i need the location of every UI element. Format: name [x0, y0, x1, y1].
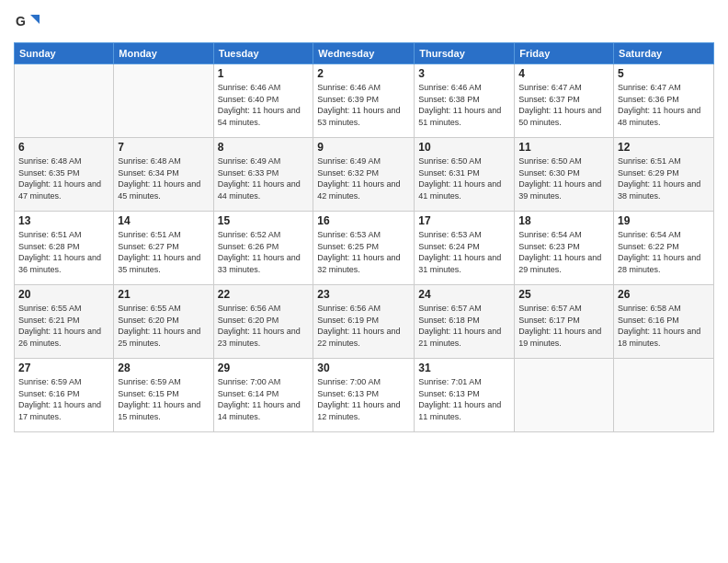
calendar: SundayMondayTuesdayWednesdayThursdayFrid… [14, 42, 714, 432]
calendar-cell [614, 359, 714, 432]
calendar-cell: 29Sunrise: 7:00 AM Sunset: 6:14 PM Dayli… [213, 359, 313, 432]
day-info: Sunrise: 6:50 AM Sunset: 6:31 PM Dayligh… [418, 155, 510, 201]
weekday-header-sunday: Sunday [15, 43, 114, 64]
calendar-cell: 20Sunrise: 6:55 AM Sunset: 6:21 PM Dayli… [15, 285, 114, 359]
day-info: Sunrise: 6:48 AM Sunset: 6:35 PM Dayligh… [18, 155, 109, 201]
calendar-cell: 11Sunrise: 6:50 AM Sunset: 6:30 PM Dayli… [515, 138, 614, 212]
day-number: 15 [218, 214, 310, 227]
svg-text:G: G [16, 14, 26, 29]
calendar-cell: 28Sunrise: 6:59 AM Sunset: 6:15 PM Dayli… [114, 359, 213, 432]
day-number: 17 [418, 214, 510, 227]
calendar-cell [114, 64, 213, 138]
day-info: Sunrise: 6:53 AM Sunset: 6:24 PM Dayligh… [418, 229, 510, 275]
calendar-cell: 26Sunrise: 6:58 AM Sunset: 6:16 PM Dayli… [614, 285, 714, 359]
weekday-header-wednesday: Wednesday [313, 43, 415, 64]
day-number: 5 [618, 67, 710, 80]
calendar-cell: 2Sunrise: 6:46 AM Sunset: 6:39 PM Daylig… [313, 64, 415, 138]
calendar-cell [15, 64, 114, 138]
calendar-cell: 30Sunrise: 7:00 AM Sunset: 6:13 PM Dayli… [313, 359, 415, 432]
day-number: 3 [418, 67, 510, 80]
day-info: Sunrise: 6:47 AM Sunset: 6:37 PM Dayligh… [518, 82, 609, 128]
day-number: 29 [218, 362, 310, 374]
day-number: 2 [317, 67, 410, 80]
day-info: Sunrise: 6:59 AM Sunset: 6:16 PM Dayligh… [18, 376, 109, 422]
svg-marker-1 [30, 15, 40, 24]
day-info: Sunrise: 6:57 AM Sunset: 6:18 PM Dayligh… [418, 303, 510, 349]
calendar-week-row: 13Sunrise: 6:51 AM Sunset: 6:28 PM Dayli… [15, 212, 714, 285]
day-info: Sunrise: 6:56 AM Sunset: 6:19 PM Dayligh… [317, 303, 410, 349]
logo-icon: G [14, 9, 40, 35]
day-info: Sunrise: 6:46 AM Sunset: 6:40 PM Dayligh… [218, 82, 310, 128]
calendar-cell: 12Sunrise: 6:51 AM Sunset: 6:29 PM Dayli… [614, 138, 714, 212]
day-number: 4 [518, 67, 609, 80]
calendar-week-row: 20Sunrise: 6:55 AM Sunset: 6:21 PM Dayli… [15, 285, 714, 359]
calendar-cell: 13Sunrise: 6:51 AM Sunset: 6:28 PM Dayli… [15, 212, 114, 285]
weekday-header-tuesday: Tuesday [213, 43, 313, 64]
calendar-cell: 19Sunrise: 6:54 AM Sunset: 6:22 PM Dayli… [614, 212, 714, 285]
day-number: 25 [518, 288, 609, 301]
day-info: Sunrise: 7:00 AM Sunset: 6:13 PM Dayligh… [317, 376, 410, 422]
day-number: 19 [618, 214, 710, 227]
header: G [14, 9, 714, 35]
day-number: 26 [618, 288, 710, 301]
weekday-header-monday: Monday [114, 43, 213, 64]
day-number: 11 [518, 141, 609, 154]
day-info: Sunrise: 6:49 AM Sunset: 6:32 PM Dayligh… [317, 155, 410, 201]
day-number: 12 [618, 141, 710, 154]
day-info: Sunrise: 6:51 AM Sunset: 6:28 PM Dayligh… [18, 229, 109, 275]
calendar-cell: 7Sunrise: 6:48 AM Sunset: 6:34 PM Daylig… [114, 138, 213, 212]
day-info: Sunrise: 6:52 AM Sunset: 6:26 PM Dayligh… [218, 229, 310, 275]
calendar-cell: 31Sunrise: 7:01 AM Sunset: 6:13 PM Dayli… [415, 359, 515, 432]
day-info: Sunrise: 7:01 AM Sunset: 6:13 PM Dayligh… [418, 376, 510, 422]
day-info: Sunrise: 6:53 AM Sunset: 6:25 PM Dayligh… [317, 229, 410, 275]
calendar-cell: 9Sunrise: 6:49 AM Sunset: 6:32 PM Daylig… [313, 138, 415, 212]
day-info: Sunrise: 6:58 AM Sunset: 6:16 PM Dayligh… [618, 303, 710, 349]
calendar-cell: 10Sunrise: 6:50 AM Sunset: 6:31 PM Dayli… [415, 138, 515, 212]
day-number: 28 [118, 362, 209, 374]
day-info: Sunrise: 6:48 AM Sunset: 6:34 PM Dayligh… [118, 155, 209, 201]
calendar-cell: 3Sunrise: 6:46 AM Sunset: 6:38 PM Daylig… [415, 64, 515, 138]
day-number: 7 [118, 141, 209, 154]
calendar-week-row: 27Sunrise: 6:59 AM Sunset: 6:16 PM Dayli… [15, 359, 714, 432]
calendar-cell: 15Sunrise: 6:52 AM Sunset: 6:26 PM Dayli… [213, 212, 313, 285]
calendar-cell: 25Sunrise: 6:57 AM Sunset: 6:17 PM Dayli… [515, 285, 614, 359]
calendar-cell: 1Sunrise: 6:46 AM Sunset: 6:40 PM Daylig… [213, 64, 313, 138]
day-info: Sunrise: 6:55 AM Sunset: 6:20 PM Dayligh… [118, 303, 209, 349]
day-number: 14 [118, 214, 209, 227]
calendar-cell: 22Sunrise: 6:56 AM Sunset: 6:20 PM Dayli… [213, 285, 313, 359]
calendar-cell: 8Sunrise: 6:49 AM Sunset: 6:33 PM Daylig… [213, 138, 313, 212]
day-number: 10 [418, 141, 510, 154]
day-number: 6 [18, 141, 109, 154]
day-number: 13 [18, 214, 109, 227]
day-info: Sunrise: 6:56 AM Sunset: 6:20 PM Dayligh… [218, 303, 310, 349]
page: G SundayMondayTuesdayWednesdayThursdayFr… [0, 0, 728, 563]
day-number: 31 [418, 362, 510, 374]
logo: G [14, 9, 43, 35]
day-info: Sunrise: 6:55 AM Sunset: 6:21 PM Dayligh… [18, 303, 109, 349]
calendar-cell: 24Sunrise: 6:57 AM Sunset: 6:18 PM Dayli… [415, 285, 515, 359]
day-info: Sunrise: 7:00 AM Sunset: 6:14 PM Dayligh… [218, 376, 310, 422]
day-number: 21 [118, 288, 209, 301]
calendar-cell: 21Sunrise: 6:55 AM Sunset: 6:20 PM Dayli… [114, 285, 213, 359]
calendar-cell: 16Sunrise: 6:53 AM Sunset: 6:25 PM Dayli… [313, 212, 415, 285]
day-number: 9 [317, 141, 410, 154]
day-info: Sunrise: 6:46 AM Sunset: 6:38 PM Dayligh… [418, 82, 510, 128]
day-info: Sunrise: 6:46 AM Sunset: 6:39 PM Dayligh… [317, 82, 410, 128]
calendar-week-row: 1Sunrise: 6:46 AM Sunset: 6:40 PM Daylig… [15, 64, 714, 138]
day-info: Sunrise: 6:49 AM Sunset: 6:33 PM Dayligh… [218, 155, 310, 201]
weekday-header-row: SundayMondayTuesdayWednesdayThursdayFrid… [15, 43, 714, 64]
day-number: 16 [317, 214, 410, 227]
day-number: 8 [218, 141, 310, 154]
calendar-cell: 4Sunrise: 6:47 AM Sunset: 6:37 PM Daylig… [515, 64, 614, 138]
calendar-week-row: 6Sunrise: 6:48 AM Sunset: 6:35 PM Daylig… [15, 138, 714, 212]
calendar-cell: 6Sunrise: 6:48 AM Sunset: 6:35 PM Daylig… [15, 138, 114, 212]
day-number: 20 [18, 288, 109, 301]
day-info: Sunrise: 6:54 AM Sunset: 6:23 PM Dayligh… [518, 229, 609, 275]
day-info: Sunrise: 6:51 AM Sunset: 6:29 PM Dayligh… [618, 155, 710, 201]
day-info: Sunrise: 6:50 AM Sunset: 6:30 PM Dayligh… [518, 155, 609, 201]
day-number: 22 [218, 288, 310, 301]
calendar-cell: 17Sunrise: 6:53 AM Sunset: 6:24 PM Dayli… [415, 212, 515, 285]
day-info: Sunrise: 6:51 AM Sunset: 6:27 PM Dayligh… [118, 229, 209, 275]
day-number: 23 [317, 288, 410, 301]
day-number: 24 [418, 288, 510, 301]
